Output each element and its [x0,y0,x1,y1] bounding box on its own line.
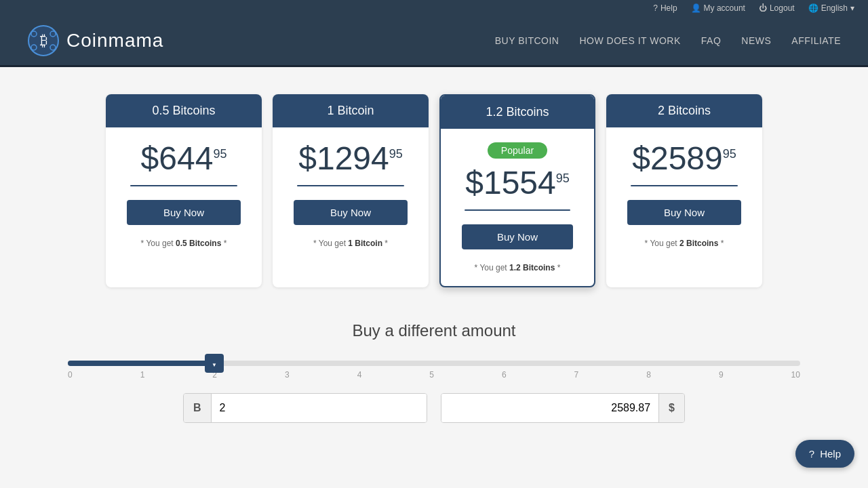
header: ₿ Coinmama BUY BITCOIN HOW DOES IT WORK … [0,16,868,67]
price-divider [297,185,404,186]
slider-tick-4: 4 [357,370,362,380]
card-body-2: $258995 Buy Now * You get 2 Bitcoins * [606,127,762,262]
card-header-0.5: 0.5 Bitcoins [106,94,262,127]
custom-amount-section: Buy a different amount 0 1 2 3 4 5 6 7 8… [41,321,827,423]
btc-prefix: B [184,394,212,422]
nav-faq[interactable]: FAQ [701,35,722,46]
price-0.5: $64495 [117,141,251,177]
svg-text:₿: ₿ [40,32,47,49]
custom-amount-title: Buy a different amount [68,321,800,340]
card-header-2: 2 Bitcoins [606,94,762,127]
price-1: $129495 [283,141,418,177]
card-header-1: 1 Bitcoin [273,94,429,127]
price-1.2: $155495 [452,165,583,201]
price-divider [631,185,738,186]
price-divider [465,209,570,211]
price-2: $258995 [617,141,751,177]
language-link[interactable]: 🌐 English ▾ [808,3,854,13]
language-icon: 🌐 [808,3,818,13]
logo-text: Coinmama [66,30,163,52]
usd-input-group: $ [441,393,685,423]
help-icon: ? [653,3,658,13]
slider-tick-10: 10 [791,370,800,380]
account-link[interactable]: 👤 My account [691,3,745,13]
btc-input-group: B [183,393,427,423]
slider-thumb[interactable] [205,354,224,373]
chevron-down-icon: ▾ [850,3,854,13]
you-get-1: * You get 1 Bitcoin * [283,239,418,248]
card-body-1: $129495 Buy Now * You get 1 Bitcoin * [273,127,429,262]
card-2-bitcoin: 2 Bitcoins $258995 Buy Now * You get 2 B… [606,94,762,287]
main-content: 0.5 Bitcoins $64495 Buy Now * You get 0.… [0,67,868,450]
logo[interactable]: ₿ Coinmama [27,24,163,57]
card-1.2-bitcoin: 1.2 Bitcoins Popular $155495 Buy Now * Y… [439,94,595,287]
logout-icon: ⏻ [759,3,767,13]
main-nav: BUY BITCOIN HOW DOES IT WORK FAQ NEWS AF… [495,35,841,46]
help-circle-icon: ? [809,448,814,450]
popular-badge: Popular [488,142,547,159]
nav-news[interactable]: NEWS [741,35,771,46]
slider-fill [68,361,214,366]
help-link[interactable]: ? Help [653,3,677,13]
logout-link[interactable]: ⏻ Logout [759,3,795,13]
nav-how-it-works[interactable]: HOW DOES IT WORK [579,35,680,46]
slider-tick-7: 7 [574,370,579,380]
btc-input[interactable] [212,394,427,422]
account-icon: 👤 [691,3,701,13]
buy-btn-2[interactable]: Buy Now [627,200,741,225]
slider-tick-0: 0 [68,370,73,380]
nav-affiliate[interactable]: AFFILIATE [791,35,841,46]
card-body-1.2: Popular $155495 Buy Now * You get 1.2 Bi… [441,129,594,286]
buy-btn-1[interactable]: Buy Now [294,200,408,225]
price-divider [130,185,237,186]
top-bar: ? Help 👤 My account ⏻ Logout 🌐 English ▾ [0,0,868,16]
slider-tick-9: 9 [719,370,724,380]
help-float-button[interactable]: ? Help [795,440,854,450]
buy-btn-0.5[interactable]: Buy Now [127,200,241,225]
nav-buy-bitcoin[interactable]: BUY BITCOIN [495,35,559,46]
card-1-bitcoin: 1 Bitcoin $129495 Buy Now * You get 1 Bi… [273,94,429,287]
slider-tick-8: 8 [646,370,651,380]
slider-container: 0 1 2 3 4 5 6 7 8 9 10 [68,361,800,380]
usd-suffix: $ [658,394,684,422]
card-0.5-bitcoin: 0.5 Bitcoins $64495 Buy Now * You get 0.… [106,94,262,287]
slider-tick-1: 1 [140,370,145,380]
slider-tick-5: 5 [429,370,434,380]
slider-labels: 0 1 2 3 4 5 6 7 8 9 10 [68,370,800,380]
you-get-1.2: * You get 1.2 Bitcoins * [452,263,583,272]
slider-tick-3: 3 [285,370,290,380]
logo-icon: ₿ [27,24,60,57]
card-body-0.5: $64495 Buy Now * You get 0.5 Bitcoins * [106,127,262,262]
usd-input[interactable] [441,394,658,422]
buy-btn-1.2[interactable]: Buy Now [462,224,574,249]
slider-tick-6: 6 [502,370,507,380]
pricing-cards: 0.5 Bitcoins $64495 Buy Now * You get 0.… [41,94,827,287]
amount-inputs: B $ [68,393,800,423]
you-get-0.5: * You get 0.5 Bitcoins * [117,239,251,248]
you-get-2: * You get 2 Bitcoins * [617,239,751,248]
slider-track [68,361,800,366]
card-header-1.2: 1.2 Bitcoins [441,96,594,129]
